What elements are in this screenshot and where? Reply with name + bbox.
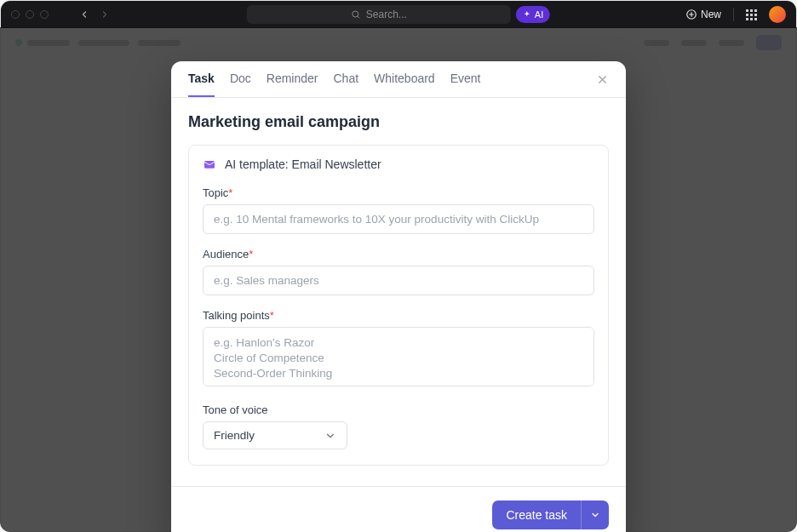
avatar[interactable]	[769, 6, 786, 23]
nav-back[interactable]	[76, 8, 93, 21]
tone-selected-value: Friendly	[214, 429, 255, 442]
search-input[interactable]: Search...	[247, 5, 511, 24]
tab-task[interactable]: Task	[188, 72, 215, 97]
task-title[interactable]: Marketing email campaign	[188, 113, 609, 131]
minimize-window[interactable]	[26, 10, 34, 19]
topbar: Search... AI New	[1, 1, 796, 28]
create-task-label: Create task	[492, 501, 581, 529]
tab-doc[interactable]: Doc	[230, 72, 251, 97]
tab-whiteboard[interactable]: Whiteboard	[374, 72, 435, 97]
new-button[interactable]: New	[685, 9, 721, 20]
divider	[733, 8, 734, 21]
ai-label: AI	[535, 9, 543, 20]
envelope-icon	[203, 157, 216, 171]
topic-label: Topic*	[203, 186, 594, 199]
create-task-dropdown[interactable]	[581, 501, 609, 529]
chevron-down-icon	[324, 430, 336, 442]
close-window[interactable]	[11, 10, 20, 19]
create-modal: Task Doc Reminder Chat Whiteboard Event …	[171, 61, 626, 532]
close-button[interactable]	[596, 73, 609, 96]
modal-tabs: Task Doc Reminder Chat Whiteboard Event	[171, 61, 626, 98]
maximize-window[interactable]	[40, 10, 49, 19]
create-task-button[interactable]: Create task	[492, 501, 609, 529]
close-icon	[596, 73, 609, 86]
sparkle-icon	[523, 10, 531, 19]
search-placeholder: Search...	[366, 9, 407, 20]
talking-points-input[interactable]	[203, 327, 594, 386]
nav-forward[interactable]	[96, 8, 113, 21]
tab-reminder[interactable]: Reminder	[267, 72, 318, 97]
new-label: New	[701, 9, 721, 20]
tab-chat[interactable]: Chat	[333, 72, 358, 97]
chevron-down-icon	[590, 510, 600, 520]
topic-input[interactable]	[203, 204, 594, 234]
template-label: AI template: Email Newsletter	[225, 157, 381, 171]
audience-input[interactable]	[203, 266, 594, 295]
plus-circle-icon	[685, 9, 697, 20]
talking-points-label: Talking points*	[203, 309, 594, 322]
window-controls	[11, 10, 49, 19]
apps-grid-icon[interactable]	[746, 9, 757, 20]
svg-point-0	[353, 11, 358, 17]
tone-select[interactable]: Friendly	[203, 421, 347, 449]
tab-event[interactable]: Event	[450, 72, 481, 97]
ai-button[interactable]: AI	[516, 6, 550, 23]
ai-template-form: AI template: Email Newsletter Topic* Aud…	[188, 145, 609, 466]
tone-label: Tone of voice	[203, 403, 594, 416]
audience-label: Audience*	[203, 248, 594, 260]
search-icon	[351, 9, 361, 20]
